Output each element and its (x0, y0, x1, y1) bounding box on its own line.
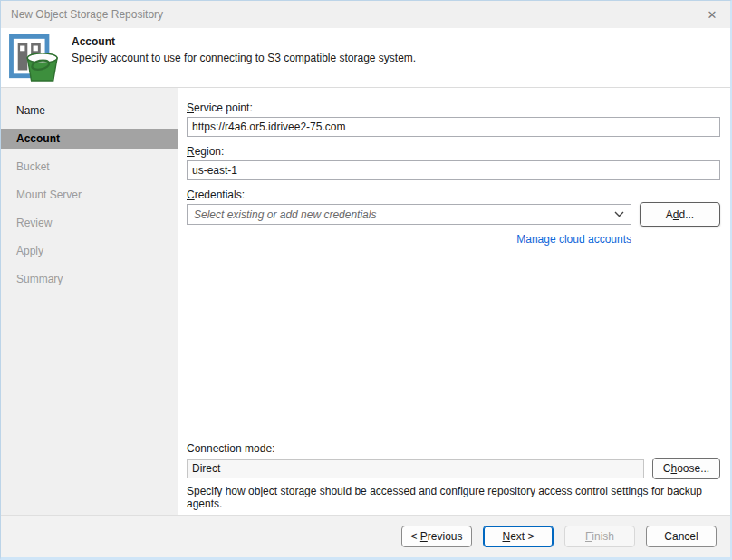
credentials-label: Credentials: (187, 188, 720, 201)
sidebar-item-bucket: Bucket (1, 157, 178, 177)
previous-button-pre: < (410, 530, 419, 543)
sidebar-item-summary: Summary (1, 269, 178, 289)
add-button-pre: A (666, 208, 673, 221)
close-button[interactable]: ✕ (694, 1, 730, 28)
credentials-label-rest: redentials: (195, 188, 245, 201)
connection-mode-value: Direct (187, 459, 644, 478)
connection-mode-row: Direct Choose... (187, 458, 720, 479)
service-point-input[interactable] (187, 117, 720, 137)
credentials-dropdown[interactable]: Select existing or add new credentials (187, 204, 631, 225)
chevron-down-icon (614, 211, 624, 217)
manage-accounts-row: Manage cloud accounts (187, 233, 720, 246)
cancel-button[interactable]: Cancel (646, 526, 717, 547)
content-spacer (187, 246, 720, 442)
previous-button-accel: P (420, 530, 428, 543)
previous-button-rest: revious (428, 530, 463, 543)
title-bar: New Object Storage Repository ✕ (1, 1, 730, 28)
region-label-rest: egion: (195, 145, 225, 158)
close-icon: ✕ (708, 8, 718, 22)
wizard-steps-sidebar: Name Account Bucket Mount Server Review … (1, 88, 178, 515)
add-credentials-button[interactable]: Add... (640, 202, 720, 227)
choose-button-rest: oose... (677, 462, 709, 475)
next-button-rest: ext > (510, 530, 534, 543)
choose-connection-mode-button[interactable]: Choose... (652, 458, 720, 479)
object-storage-repository-icon (9, 34, 60, 82)
sidebar-item-account[interactable]: Account (1, 129, 178, 149)
step-subtitle: Specify account to use for connecting to… (72, 52, 416, 64)
credentials-row: Select existing or add new credentials A… (187, 204, 720, 227)
step-label: Apply (16, 245, 43, 257)
add-button-accel: d (673, 208, 679, 221)
next-button-accel: N (502, 530, 510, 543)
service-point-label-rest: ervice point: (194, 101, 253, 114)
next-button[interactable]: Next > (483, 526, 554, 547)
wizard-body: Name Account Bucket Mount Server Review … (1, 88, 730, 515)
region-input[interactable] (187, 160, 720, 180)
connection-mode-label: Connection mode: (187, 442, 720, 455)
step-label: Mount Server (16, 188, 82, 201)
step-label: Review (16, 217, 52, 229)
account-step-content: Service point: Region: Credentials: Sele… (178, 88, 730, 515)
connection-mode-help-text: Specify how object storage should be acc… (187, 485, 720, 510)
step-label: Bucket (16, 160, 50, 173)
wizard-footer: < Previous Next > Finish Cancel (1, 515, 730, 557)
step-label: Summary (16, 273, 63, 285)
wizard-header: Account Specify account to use for conne… (1, 28, 730, 88)
manage-cloud-accounts-link[interactable]: Manage cloud accounts (516, 233, 631, 246)
credentials-label-accel: C (187, 188, 195, 201)
region-label-accel: R (187, 145, 195, 158)
header-text: Account Specify account to use for conne… (72, 34, 416, 82)
sidebar-item-review: Review (1, 213, 178, 233)
window-title: New Object Storage Repository (11, 8, 163, 21)
service-point-label: Service point: (187, 101, 720, 114)
step-label: Name (16, 104, 45, 117)
step-title: Account (72, 35, 416, 48)
sidebar-item-apply: Apply (1, 241, 178, 261)
region-label: Region: (187, 145, 720, 158)
finish-button-rest: inish (592, 530, 614, 543)
sidebar-item-mount-server: Mount Server (1, 185, 178, 205)
wizard-window: New Object Storage Repository ✕ Account … (0, 0, 732, 560)
add-button-rest: d... (679, 208, 695, 221)
credentials-placeholder: Select existing or add new credentials (194, 208, 614, 221)
previous-button[interactable]: < Previous (401, 526, 472, 547)
step-label: Account (16, 132, 60, 145)
finish-button: Finish (564, 526, 635, 547)
service-point-label-accel: S (187, 101, 194, 114)
sidebar-item-name[interactable]: Name (1, 101, 178, 121)
